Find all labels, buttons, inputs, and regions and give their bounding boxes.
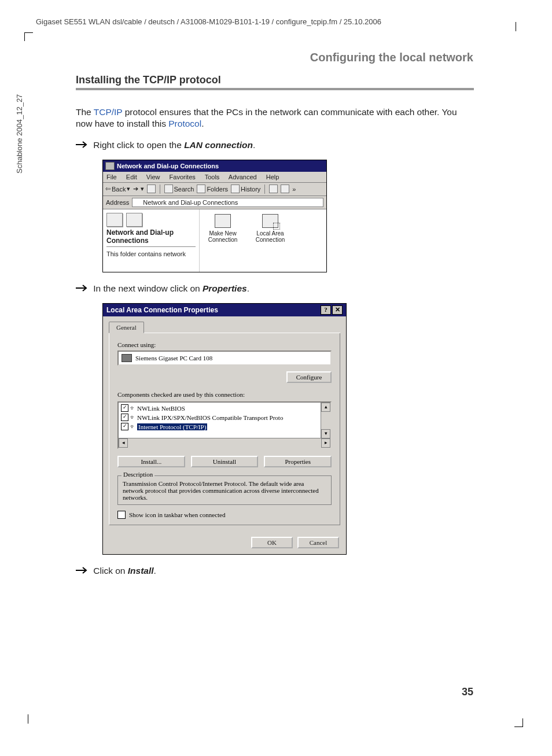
adapter-box: Siemens Gigaset PC Card 108	[117, 351, 332, 366]
up-icon[interactable]	[147, 185, 156, 193]
step-1: Right click to open the LAN connection.	[76, 139, 474, 152]
tcpip-link[interactable]: TCP/IP	[94, 107, 123, 117]
folder-icon	[134, 200, 141, 205]
component-item[interactable]: ✓ᯤNWLink NetBIOS	[120, 404, 329, 413]
figure-lan-properties: Local Area Connection Properties ? ✕ Gen…	[102, 303, 347, 555]
crop-mark	[514, 718, 523, 727]
protocol-icon: ᯤ	[130, 414, 135, 421]
protocol-icon: ᯤ	[130, 405, 135, 411]
header-path: Gigaset SE551 WLAN dsl/cable / deutsch /…	[36, 17, 381, 26]
scroll-left-icon[interactable]: ◂	[119, 438, 128, 448]
components-listbox[interactable]: ✓ᯤNWLink NetBIOS ✓ᯤNWLink IPX/SPX/NetBIO…	[117, 401, 332, 449]
step-2: In the next window click on Properties.	[76, 283, 474, 295]
properties-button[interactable]: Properties	[264, 456, 332, 467]
connection-icon	[215, 214, 231, 228]
overflow-icon[interactable]: »	[292, 186, 296, 193]
component-item[interactable]: ✓ᯤNWLink IPX/SPX/NetBIOS Compatible Tran…	[120, 413, 329, 422]
arrow-icon	[76, 139, 91, 152]
close-button[interactable]: ✕	[332, 305, 343, 315]
figure-network-connections: Network and Dial-up Connections File Edi…	[102, 160, 327, 272]
horizontal-scrollbar[interactable]: ◂▸	[119, 438, 330, 448]
cancel-button[interactable]: Cancel	[297, 537, 339, 548]
card-icon	[122, 354, 132, 362]
description-label: Description	[122, 471, 154, 478]
show-icon-checkbox[interactable]: Show icon in taskbar when connected	[117, 511, 332, 519]
connect-using-label: Connect using:	[117, 341, 332, 348]
dialog-title: Local Area Connection Properties	[106, 306, 218, 314]
crop-mark	[516, 22, 516, 31]
folders-button[interactable]: Folders	[197, 185, 228, 193]
configure-button[interactable]: Configure	[286, 371, 332, 383]
component-item-selected[interactable]: ✓ᯤInternet Protocol (TCP/IP)	[120, 422, 329, 432]
back-button[interactable]: ⇦Back ▾	[105, 185, 130, 193]
checkbox-checked-icon[interactable]: ✓	[121, 404, 128, 412]
components-label: Components checked are used by this conn…	[117, 391, 332, 398]
network-icon	[126, 213, 142, 227]
window-title: Network and Dial-up Connections	[117, 163, 219, 169]
install-button[interactable]: Install...	[117, 456, 185, 467]
menu-advanced[interactable]: Advanced	[229, 174, 257, 180]
menu-view[interactable]: View	[146, 174, 160, 180]
checkbox-checked-icon[interactable]: ✓	[121, 414, 128, 421]
crop-mark	[24, 32, 33, 41]
pane-title: Network and Dial-up Connections	[106, 229, 196, 245]
toolbar-icon[interactable]	[281, 185, 289, 193]
arrow-icon	[76, 283, 91, 295]
folders-icon	[197, 185, 205, 193]
make-new-connection-item[interactable]: Make New Connection	[205, 214, 240, 267]
history-icon	[231, 185, 240, 193]
checkbox-unchecked-icon[interactable]	[117, 511, 126, 519]
chapter-title: Configuring the local network	[310, 51, 473, 64]
explorer-left-pane: Network and Dial-up Connections This fol…	[103, 209, 200, 272]
description-text: Transmission Control Protocol/Internet P…	[123, 480, 326, 501]
section-rule	[76, 88, 474, 90]
pane-description: This folder contains network	[106, 250, 196, 257]
toolbar: ⇦Back ▾ ➔ ▾ Search Folders History »	[103, 183, 326, 196]
lan-icon	[262, 214, 278, 228]
address-label: Address	[106, 199, 129, 206]
menu-bar[interactable]: File Edit View Favorites Tools Advanced …	[103, 172, 326, 183]
intro-paragraph: The TCP/IP protocol ensures that the PCs…	[76, 106, 474, 131]
uninstall-button[interactable]: Uninstall	[191, 456, 259, 467]
checkbox-checked-icon[interactable]: ✓	[121, 423, 128, 430]
step-3: Click on Install.	[76, 565, 474, 577]
history-button[interactable]: History	[231, 185, 260, 193]
menu-edit[interactable]: Edit	[126, 174, 137, 180]
description-group: Description Transmission Control Protoco…	[117, 475, 332, 505]
tab-general[interactable]: General	[109, 322, 144, 333]
protocol-icon: ᯤ	[130, 423, 135, 430]
ok-button[interactable]: OK	[251, 537, 293, 548]
scroll-up-icon[interactable]: ▴	[321, 403, 330, 412]
menu-favorites[interactable]: Favorites	[170, 174, 196, 180]
folder-icon	[105, 162, 115, 170]
forward-button[interactable]: ➔ ▾	[133, 185, 143, 193]
address-field[interactable]: Network and Dial-up Connections	[132, 198, 323, 207]
menu-file[interactable]: File	[106, 174, 117, 180]
help-button[interactable]: ?	[321, 305, 331, 315]
section-title: Installing the TCP/IP protocol	[76, 74, 221, 86]
window-titlebar: Network and Dial-up Connections	[103, 160, 326, 172]
dialog-titlebar: Local Area Connection Properties ? ✕	[103, 304, 346, 316]
adapter-name: Siemens Gigaset PC Card 108	[135, 355, 212, 362]
toolbar-icon[interactable]	[269, 185, 278, 193]
page-number: 35	[462, 686, 473, 698]
arrow-icon	[76, 565, 91, 577]
menu-tools[interactable]: Tools	[205, 174, 220, 180]
search-button[interactable]: Search	[164, 185, 194, 193]
scroll-right-icon[interactable]: ▸	[321, 438, 330, 448]
template-date-vertical: Schablone 2004_12_27	[15, 94, 24, 174]
menu-help[interactable]: Help	[266, 174, 279, 180]
protocol-link[interactable]: Protocol	[168, 119, 201, 128]
vertical-scrollbar[interactable]: ▴▾	[321, 403, 330, 438]
network-icon	[106, 213, 123, 227]
scroll-down-icon[interactable]: ▾	[321, 429, 330, 438]
search-icon	[164, 185, 173, 193]
crop-mark	[28, 714, 28, 724]
address-bar: Address Network and Dial-up Connections	[103, 196, 326, 209]
local-area-connection-item[interactable]: Local Area Connection	[253, 214, 288, 267]
